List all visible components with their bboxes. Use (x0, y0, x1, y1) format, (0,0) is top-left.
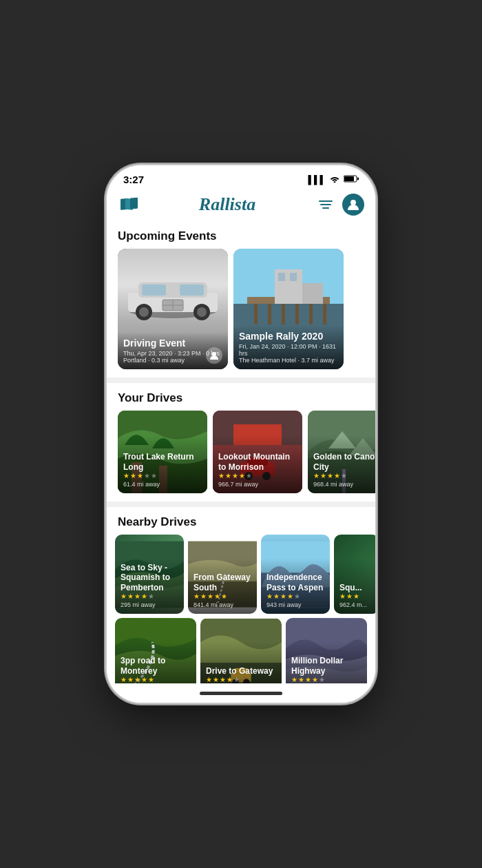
nearby-million-name: Million Dollar Highway (291, 656, 362, 676)
nearby-card-gateway-south[interactable]: From Gateway South ★★★★★ 841.4 mi away (188, 535, 257, 614)
nearby-gateway-name: Drive to Gateway (206, 666, 276, 676)
drive-trout-stars: ★★★★★ (123, 472, 202, 479)
nearby-row-1[interactable]: Sea to Sky - Squamish to Pemberton ★★★★★… (107, 535, 375, 614)
nearby-card-sea-to-sky[interactable]: Sea to Sky - Squamish to Pemberton ★★★★★… (115, 535, 184, 614)
drive-golden-stars: ★★★★★ (313, 472, 375, 479)
app-logo: Rallista (140, 194, 315, 215)
drive-lookout-stars: ★★★★★ (218, 472, 297, 479)
upcoming-events-section: Upcoming Events (107, 221, 375, 378)
svg-rect-34 (290, 273, 297, 281)
drive-trout-overlay: Trout Lake Return Long ★★★★★ 61.4 mi awa… (118, 411, 207, 493)
svg-rect-13 (142, 285, 166, 296)
drive-card-golden[interactable]: Golden to Canon City ★★★★★ 968.4 mi away (308, 411, 375, 493)
nearby-drives-section: Nearby Drives Sea to Sky - Squamish to P… (107, 507, 375, 683)
nearby-gateway-south-dist: 841.4 mi away (193, 601, 251, 608)
nearby-independence-name: Independence Pass to Aspen (266, 572, 324, 592)
svg-rect-30 (309, 304, 313, 324)
your-drives-title: Your Drives (107, 383, 375, 411)
phone-inner: 3:27 ▌▌▌ (107, 165, 375, 703)
svg-rect-1 (344, 176, 354, 181)
main-scroll[interactable]: Upcoming Events (107, 221, 375, 683)
drive-trout-name: Trout Lake Return Long (123, 452, 202, 472)
your-drives-section: Your Drives Trout Lak (107, 383, 375, 502)
event-card-rally[interactable]: Sample Rally 2020 Fri, Jan 24, 2020 · 12… (233, 249, 344, 369)
event-driving-avatar (206, 347, 222, 364)
svg-rect-2 (357, 177, 359, 180)
svg-rect-5 (130, 198, 138, 209)
nearby-gateway-south-name: From Gateway South (193, 572, 251, 592)
nearby-million-stars: ★★★★★ (291, 676, 362, 683)
nearby-million-overlay: Million Dollar Highway ★★★★★ 948.8 mi aw… (286, 618, 367, 683)
drive-golden-overlay: Golden to Canon City ★★★★★ 968.4 mi away (308, 411, 375, 493)
signal-icon: ▌▌▌ (308, 175, 326, 185)
drive-trout-dist: 61.4 mi away (123, 481, 202, 488)
nearby-squamish2-stars: ★★★ (339, 592, 373, 600)
battery-icon (344, 175, 359, 185)
nearby-independence-stars: ★★★★★ (266, 592, 324, 600)
status-time: 3:27 (123, 174, 144, 185)
svg-point-9 (350, 200, 356, 205)
upcoming-events-title: Upcoming Events (107, 221, 375, 249)
svg-rect-29 (295, 304, 299, 324)
svg-rect-33 (278, 273, 285, 281)
nearby-card-monterey[interactable]: 3pp road to Monterey ★★★★★ 544.4 mi away (115, 618, 196, 683)
svg-rect-27 (268, 304, 271, 324)
svg-rect-31 (323, 304, 326, 324)
nearby-gateway-south-overlay: From Gateway South ★★★★★ 841.4 mi away (188, 535, 257, 614)
nearby-monterey-name: 3pp road to Monterey (120, 656, 191, 676)
event-rally-date: Fri, Jan 24, 2020 · 12:00 PM · 1631 hrs (239, 343, 338, 357)
drive-golden-dist: 968.4 mi away (313, 481, 375, 488)
drive-lookout-dist: 966.7 mi away (218, 481, 297, 488)
nearby-card-squamish2[interactable]: Squ... ★★★ 962.4 m... (334, 535, 375, 614)
nearby-sea-sky-dist: 295 mi away (120, 601, 178, 608)
app-header: Rallista (107, 188, 375, 221)
nearby-squamish2-name: Squ... (339, 583, 373, 592)
drive-golden-name: Golden to Canon City (313, 452, 375, 472)
drive-lookout-overlay: Lookout Mountain to Morrison ★★★★★ 966.7… (213, 411, 302, 493)
wifi-icon (329, 174, 340, 185)
home-bar (200, 692, 282, 695)
status-icons: ▌▌▌ (308, 174, 359, 185)
event-rally-title: Sample Rally 2020 (239, 331, 338, 342)
nearby-independence-overlay: Independence Pass to Aspen ★★★★★ 943 mi … (261, 535, 330, 614)
drive-lookout-name: Lookout Mountain to Morrison (218, 452, 297, 472)
filter-button[interactable] (315, 194, 337, 216)
nearby-monterey-overlay: 3pp road to Monterey ★★★★★ 544.4 mi away (115, 618, 196, 683)
drive-card-trout-lake[interactable]: Trout Lake Return Long ★★★★★ 61.4 mi awa… (118, 411, 207, 493)
nearby-gateway-stars: ★★★★★ (206, 676, 276, 683)
nearby-squamish2-dist: 962.4 m... (339, 601, 373, 608)
svg-point-18 (197, 307, 207, 317)
event-driving-title: Driving Event (123, 338, 222, 349)
nearby-monterey-stars: ★★★★★ (120, 676, 191, 683)
nearby-gateway-south-stars: ★★★★★ (193, 592, 251, 600)
nearby-sea-sky-overlay: Sea to Sky - Squamish to Pemberton ★★★★★… (115, 535, 184, 614)
nearby-sea-sky-stars: ★★★★★ (120, 592, 178, 600)
nearby-sea-sky-name: Sea to Sky - Squamish to Pemberton (120, 563, 178, 592)
event-rally-location: The Heathman Hotel · 3.7 mi away (239, 357, 338, 364)
drive-card-lookout[interactable]: Lookout Mountain to Morrison ★★★★★ 966.7… (213, 411, 302, 493)
nearby-squamish2-overlay: Squ... ★★★ 962.4 m... (334, 535, 375, 614)
nearby-gateway-overlay: Drive to Gateway ★★★★★ 851.1 mi away (200, 618, 282, 683)
your-drives-row[interactable]: Trout Lake Return Long ★★★★★ 61.4 mi awa… (107, 411, 375, 493)
svg-rect-35 (302, 283, 323, 304)
home-indicator (107, 683, 375, 703)
user-profile-button[interactable] (342, 194, 364, 216)
svg-rect-28 (282, 304, 285, 324)
event-card-driving[interactable]: Driving Event Thu, Apr 23, 2020 · 3:23 P… (118, 249, 228, 369)
nearby-drives-title: Nearby Drives (107, 507, 375, 535)
svg-rect-26 (254, 304, 258, 324)
map-button[interactable] (118, 194, 140, 216)
events-row[interactable]: Driving Event Thu, Apr 23, 2020 · 3:23 P… (107, 249, 375, 369)
nearby-independence-dist: 943 mi away (266, 601, 324, 608)
phone-frame: 3:27 ▌▌▌ (107, 165, 375, 703)
svg-rect-14 (180, 285, 204, 296)
nearby-card-drive-gateway[interactable]: Drive to Gateway ★★★★★ 851.1 mi away (200, 618, 282, 683)
event-rally-overlay: Sample Rally 2020 Fri, Jan 24, 2020 · 12… (233, 325, 344, 369)
nearby-card-independence[interactable]: Independence Pass to Aspen ★★★★★ 943 mi … (261, 535, 330, 614)
svg-point-16 (139, 307, 149, 317)
nearby-row-2[interactable]: 3pp road to Monterey ★★★★★ 544.4 mi away (107, 618, 375, 683)
notch (196, 165, 286, 186)
nearby-card-million-dollar[interactable]: Million Dollar Highway ★★★★★ 948.8 mi aw… (286, 618, 367, 683)
